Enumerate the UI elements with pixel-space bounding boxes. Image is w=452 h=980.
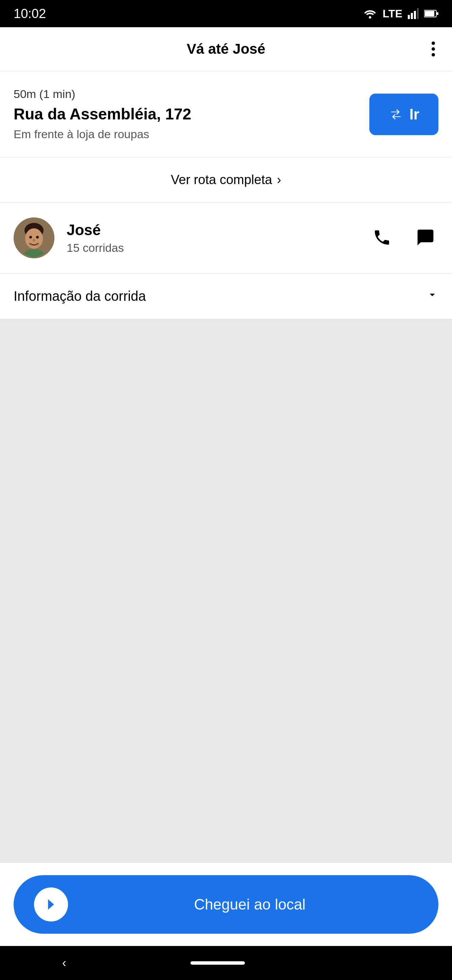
svg-rect-1: [408, 15, 410, 19]
arrow-right-icon: [42, 896, 60, 913]
svg-rect-6: [425, 11, 434, 16]
status-bar: 10:02 LTE: [0, 0, 452, 27]
trip-info-section[interactable]: Informação da corrida: [0, 274, 452, 319]
svg-point-14: [29, 243, 33, 246]
svg-rect-4: [417, 8, 419, 19]
app-container: Vá até José 50m (1 min) Rua da Assembléi…: [0, 27, 452, 946]
trip-info-label: Informação da corrida: [14, 288, 146, 304]
route-time-distance: 50m (1 min): [14, 88, 359, 101]
more-menu-button[interactable]: [428, 38, 438, 60]
avatar-image: [14, 218, 54, 258]
svg-point-12: [36, 236, 39, 239]
svg-point-11: [29, 236, 32, 239]
svg-rect-7: [437, 12, 438, 15]
chevron-down-svg: [426, 288, 438, 301]
message-icon: [416, 228, 435, 247]
call-button[interactable]: [369, 224, 395, 251]
bottom-section: Cheguei ao local: [0, 862, 452, 946]
passenger-name: José: [67, 221, 369, 239]
map-area: [0, 319, 452, 862]
route-info-section: 50m (1 min) Rua da Assembléia, 172 Em fr…: [0, 71, 452, 158]
avatar: [14, 218, 54, 258]
route-details: 50m (1 min) Rua da Assembléia, 172 Em fr…: [14, 88, 359, 141]
arrived-arrow-circle: [34, 888, 68, 921]
status-time: 10:02: [14, 6, 46, 21]
route-landmark: Em frente à loja de roupas: [14, 127, 359, 141]
go-button[interactable]: Ir: [370, 94, 438, 135]
more-dots-icon: [431, 41, 435, 56]
passenger-actions: [369, 224, 438, 251]
full-route-button[interactable]: Ver rota completa ›: [0, 158, 452, 202]
chevron-down-icon: [426, 288, 438, 304]
page-title: Vá até José: [187, 41, 265, 57]
svg-rect-3: [414, 11, 416, 19]
signal-icon: [408, 8, 419, 19]
bottom-nav: ‹: [0, 946, 452, 980]
arrived-button-label: Cheguei ao local: [82, 896, 418, 913]
svg-rect-2: [411, 13, 413, 19]
route-address: Rua da Assembléia, 172: [14, 105, 359, 124]
status-icons: LTE: [363, 8, 438, 20]
svg-point-15: [35, 243, 40, 246]
passenger-rides: 15 corridas: [67, 241, 369, 255]
passenger-info-section: José 15 corridas: [0, 202, 452, 274]
battery-icon: [424, 10, 438, 18]
route-swap-icon: [389, 107, 403, 122]
message-button[interactable]: [412, 224, 438, 251]
lte-label: LTE: [382, 8, 402, 20]
full-route-label: Ver rota completa: [171, 172, 272, 187]
header: Vá até José: [0, 27, 452, 71]
svg-point-13: [33, 239, 35, 242]
home-indicator[interactable]: [190, 961, 245, 965]
svg-point-0: [369, 16, 371, 19]
go-button-label: Ir: [409, 106, 419, 123]
chevron-right-icon: ›: [277, 172, 281, 187]
back-button[interactable]: ‹: [62, 956, 66, 970]
passenger-details: José 15 corridas: [67, 221, 369, 255]
arrived-button[interactable]: Cheguei ao local: [14, 875, 438, 934]
wifi-icon: [363, 8, 377, 19]
phone-icon: [373, 228, 392, 247]
